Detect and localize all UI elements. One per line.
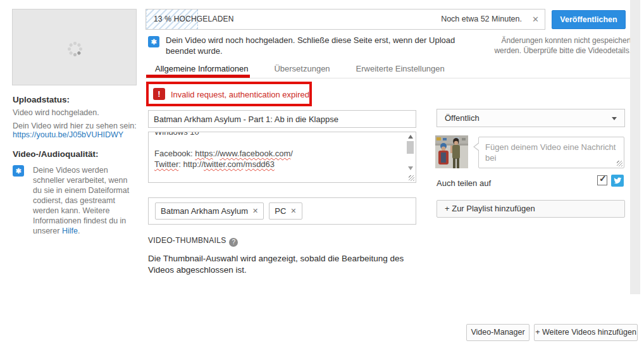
tags-input[interactable]: Batman Arkham Asylum✕ PC✕ bbox=[148, 197, 416, 225]
tab-bottom-border bbox=[146, 78, 639, 78]
quality-heading: Video-/Audioqualität: bbox=[13, 149, 99, 159]
help-link[interactable]: Hilfe bbox=[62, 227, 78, 235]
message-resize-handle[interactable] bbox=[617, 161, 622, 166]
twitter-icon[interactable] bbox=[611, 175, 624, 187]
share-label: Auch teilen auf bbox=[437, 178, 491, 188]
save-error-text: Änderungen konnten nicht gespeichert wer… bbox=[480, 35, 631, 56]
quality-text: Deine Videos werden schneller verarbeite… bbox=[33, 165, 137, 236]
publish-button[interactable]: Veröffentlichen bbox=[552, 10, 626, 29]
upload-status-heading: Uploadstatus: bbox=[13, 95, 70, 104]
upload-page: Uploadstatus: Video wird hochgeladen. De… bbox=[0, 0, 644, 348]
error-icon: ! bbox=[153, 88, 165, 100]
tag-remove-icon[interactable]: ✕ bbox=[290, 207, 296, 215]
description-clipped-line: Windows 10 bbox=[154, 132, 400, 137]
description-line-facebook: Facebook: https://www.facebook.com/ bbox=[154, 148, 400, 159]
chevron-down-icon bbox=[612, 117, 617, 120]
video-link-label: Dein Video wird hier zu sehen sein: bbox=[13, 121, 142, 131]
description-text: Windows 10 Facebook: https://www.faceboo… bbox=[154, 132, 400, 170]
tag-chip: PC✕ bbox=[269, 202, 302, 220]
add-to-playlist-button[interactable]: + Zur Playlist hinzufügen bbox=[437, 200, 625, 218]
tag-label: PC bbox=[275, 206, 286, 216]
message-input[interactable]: Fügen deinem Video eine Nachricht bei bbox=[478, 137, 624, 168]
share-checkbox[interactable]: ✓ bbox=[597, 175, 607, 185]
tab-translations[interactable]: Übersetzungen bbox=[274, 64, 330, 73]
tab-general-info[interactable]: Allgemeine Informationen bbox=[155, 64, 248, 73]
tab-bar: Allgemeine Informationen Übersetzungen E… bbox=[155, 64, 445, 73]
upload-status-text: Video wird hochgeladen. bbox=[13, 108, 99, 118]
tag-label: Batman Arkham Asylum bbox=[161, 206, 248, 216]
page-scrollbar[interactable] bbox=[630, 0, 640, 348]
add-more-videos-button[interactable]: + Weitere Videos hinzufügen bbox=[534, 324, 638, 341]
video-url-link[interactable]: https://youtu.be/J05bVUHIDWY bbox=[13, 130, 123, 139]
thumbnails-info-text: Die Thumbnail-Auswahl wird angezeigt, so… bbox=[148, 253, 430, 276]
video-manager-button[interactable]: Video-Manager bbox=[466, 324, 529, 341]
time-remaining-text: Noch etwa 52 Minuten. bbox=[441, 9, 522, 29]
video-preview bbox=[12, 9, 137, 85]
tab-advanced-settings[interactable]: Erweiterte Einstellungen bbox=[356, 64, 445, 73]
video-description-input[interactable]: Windows 10 Facebook: https://www.faceboo… bbox=[148, 132, 416, 183]
message-placeholder: Fügen deinem Video eine Nachricht bei bbox=[479, 137, 624, 163]
quality-text-body: Deine Videos werden schneller verarbeite… bbox=[33, 166, 129, 235]
video-title-input[interactable] bbox=[148, 110, 416, 128]
upload-spinner-icon bbox=[66, 40, 83, 57]
tag-remove-icon[interactable]: ✕ bbox=[252, 207, 258, 215]
privacy-dropdown[interactable]: Öffentlich bbox=[437, 109, 625, 127]
description-line-twitter: Twitter: http://twitter.com/msdd63 bbox=[154, 159, 400, 170]
scrollbar-thumb[interactable] bbox=[407, 141, 414, 154]
quality-text-period: . bbox=[78, 227, 80, 235]
scroll-down-icon[interactable] bbox=[408, 166, 413, 170]
description-scrollbar[interactable] bbox=[406, 134, 414, 170]
thumbnails-heading-label: VIDEO-THUMBNAILS bbox=[148, 236, 226, 245]
tag-chip: Batman Arkham Asylum✕ bbox=[155, 202, 264, 220]
uploading-notice-text: Dein Video wird noch hochgeladen. Schlie… bbox=[166, 35, 463, 56]
thumbnails-heading: VIDEO-THUMBNAILS? bbox=[148, 236, 238, 247]
upload-progress-label: 13 % HOCHGELADEN bbox=[154, 9, 234, 29]
uploading-notice-icon: ✱ bbox=[148, 36, 159, 47]
scroll-up-icon[interactable] bbox=[408, 135, 413, 139]
error-message: Invalid request, authentication expired. bbox=[171, 90, 312, 99]
video-thumbnail-image bbox=[435, 135, 468, 168]
checkmark-icon: ✓ bbox=[599, 173, 607, 183]
help-icon[interactable]: ? bbox=[229, 238, 238, 247]
description-resize-handle[interactable] bbox=[409, 175, 414, 181]
page-scrollbar-thumb[interactable] bbox=[630, 0, 640, 294]
upload-progress-bar: 13 % HOCHGELADEN Noch etwa 52 Minuten. ✕ bbox=[146, 9, 545, 30]
privacy-value: Öffentlich bbox=[445, 113, 480, 123]
close-icon[interactable]: ✕ bbox=[532, 9, 539, 29]
quality-star-icon: ✱ bbox=[13, 165, 24, 177]
